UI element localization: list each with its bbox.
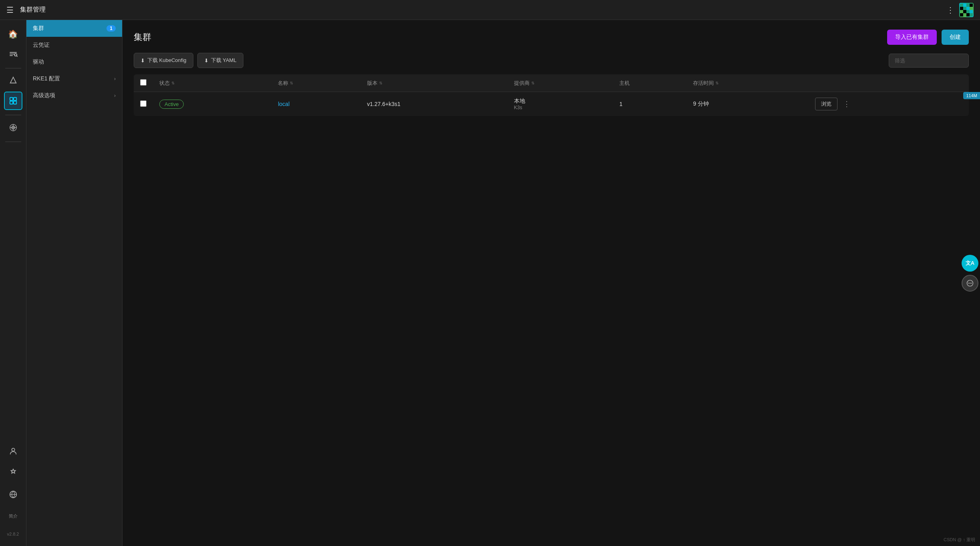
th-version: 版本 ⇅ [361,74,508,92]
th-status-sort[interactable]: 状态 ⇅ [159,80,175,87]
nav-item-rke1-label: RKE1 配置 [33,75,60,82]
svg-rect-11 [970,10,973,13]
cluster-uptime: 9 分钟 [693,100,709,107]
th-name-sort[interactable]: 名称 ⇅ [278,80,293,87]
nav-item-rke1[interactable]: RKE1 配置 › [26,70,122,87]
download-kubeconfig-button[interactable]: ⬇ 下载 KubeConfig [134,53,193,68]
svg-rect-7 [970,7,973,10]
create-cluster-button[interactable]: 创建 [942,30,969,45]
sort-icon-provider: ⇅ [531,81,534,85]
svg-rect-0 [960,4,963,7]
sort-icon-status: ⇅ [171,81,175,85]
main-layout: 🏠 [0,20,980,546]
lang-switch-button[interactable]: 文A [962,255,978,272]
select-all-checkbox[interactable] [140,79,147,86]
filter-input[interactable] [889,54,969,68]
th-status: 状态 ⇅ [153,74,271,92]
svg-rect-5 [963,7,966,10]
svg-point-28 [970,282,971,284]
csdn-watermark: CSDN @ ↑ 重明 [944,537,975,543]
svg-rect-10 [966,10,970,13]
nav-item-advanced-arrow: › [114,93,116,98]
nav-item-advanced[interactable]: 高级选项 › [26,87,122,104]
menu-icon[interactable]: ☰ [6,5,14,15]
td-checkbox [134,92,153,116]
sidebar-item-rancher[interactable] [4,45,22,63]
download-yaml-label: 下载 YAML [211,57,237,64]
svg-rect-20 [10,101,12,104]
svg-rect-2 [966,4,970,7]
status-badge: Active [159,100,184,109]
toolbar-left: ⬇ 下载 KubeConfig ⬇ 下载 YAML [134,53,243,68]
provider-main: 本地 [514,98,606,105]
nav-item-clusters-label: 集群 [33,25,44,32]
row-more-icon[interactable]: ⋮ [841,98,853,110]
sidebar-item-user[interactable] [4,442,22,460]
sidebar-item-plugins[interactable] [4,464,22,482]
topbar-more-icon[interactable]: ⋮ [946,5,954,15]
download-yaml-button[interactable]: ⬇ 下载 YAML [197,53,243,68]
svg-rect-4 [960,7,963,10]
svg-rect-1 [963,4,966,7]
sort-icon-version: ⇅ [379,81,382,85]
svg-point-29 [971,282,972,284]
td-uptime: 9 分钟 [687,92,809,116]
nav-item-cloud-credentials-label: 云凭证 [33,42,50,49]
nav-sidebar: 集群 1 云凭证 驱动 RKE1 配置 › 高级选项 › [26,20,122,546]
svg-point-24 [12,448,14,451]
td-version: v1.27.6+k3s1 [361,92,508,116]
td-row-actions: 浏览 ⋮ [809,92,969,116]
topbar-actions: ⋮ [946,3,974,17]
header-buttons: 导入已有集群 创建 [887,30,969,45]
sidebar-item-global[interactable] [4,485,22,504]
cluster-version: v1.27.6+k3s1 [367,101,401,107]
cluster-name-link[interactable]: local [278,101,289,107]
version-label: v2.8.2 [7,532,19,536]
toolbar: ⬇ 下载 KubeConfig ⬇ 下载 YAML [134,53,969,68]
td-status: Active [153,92,271,116]
th-hosts: 主机 [613,74,687,92]
th-uptime-sort[interactable]: 存活时间 ⇅ [693,80,719,87]
svg-marker-17 [10,77,16,83]
th-checkbox [134,74,153,92]
svg-rect-18 [10,98,12,100]
svg-rect-9 [963,10,966,13]
th-provider-sort[interactable]: 提供商 ⇅ [514,80,534,87]
th-uptime-label: 存活时间 [693,80,714,87]
nav-item-advanced-label: 高级选项 [33,92,55,99]
nav-item-clusters-badge: 1 [106,25,116,32]
sort-icon-name: ⇅ [290,81,293,85]
svg-rect-8 [960,10,963,13]
td-hosts: 1 [613,92,687,116]
sidebar-divider-3 [5,142,21,142]
sidebar-item-intro[interactable]: 简介 [4,507,22,525]
svg-point-27 [968,282,969,284]
sidebar-bottom-group: 简介 v2.8.2 [4,442,22,541]
sidebar-item-network[interactable] [4,118,22,137]
td-provider: 本地 K3s [508,92,613,116]
th-version-sort[interactable]: 版本 ⇅ [367,80,382,87]
main-content: 集群 导入已有集群 创建 ⬇ 下载 KubeConfig ⬇ 下载 YAML [122,20,980,546]
th-name-label: 名称 [278,80,288,87]
th-hosts-label: 主机 [619,80,630,86]
floating-right-panel: 文A [962,255,980,292]
chat-button[interactable] [962,275,978,292]
sidebar-item-apps[interactable] [4,72,22,90]
import-cluster-button[interactable]: 导入已有集群 [887,30,937,45]
th-provider: 提供商 ⇅ [508,74,613,92]
sidebar-divider-1 [5,68,21,68]
page-header: 集群 导入已有集群 创建 [134,30,969,45]
download-icon: ⬇ [141,58,145,64]
nav-item-drivers[interactable]: 驱动 [26,54,122,70]
sort-icon-uptime: ⇅ [715,81,719,85]
th-name: 名称 ⇅ [271,74,360,92]
sidebar-item-cluster-mgmt[interactable] [4,92,22,110]
browse-button[interactable]: 浏览 [815,98,837,110]
avatar[interactable] [959,3,974,17]
nav-item-cloud-credentials[interactable]: 云凭证 [26,37,122,54]
row-checkbox[interactable] [140,100,147,107]
nav-item-clusters[interactable]: 集群 1 [26,20,122,37]
sidebar-item-home[interactable]: 🏠 [4,25,22,43]
table-header-row: 状态 ⇅ 名称 ⇅ 版本 ⇅ [134,74,969,92]
th-version-label: 版本 [367,80,378,87]
